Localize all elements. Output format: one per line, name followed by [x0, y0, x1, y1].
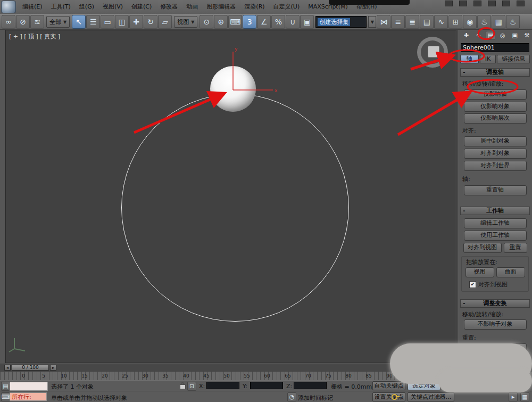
- affect-pivot-only-button[interactable]: 仅影响轴: [464, 89, 527, 100]
- menu-animation[interactable]: 动画: [182, 0, 202, 14]
- tab-link-info[interactable]: 链接信息: [497, 55, 530, 63]
- place-view-button[interactable]: 视图: [466, 267, 494, 277]
- quick-icon-3[interactable]: [473, 1, 481, 6]
- dont-affect-children-button[interactable]: 不影响子对象: [464, 319, 527, 330]
- schematic-view-icon[interactable]: ⊞: [448, 15, 462, 29]
- menu-customize[interactable]: 自定义(U): [269, 0, 304, 14]
- viewcube-icon[interactable]: [417, 37, 448, 68]
- affect-object-only-button[interactable]: 仅影响对象: [464, 102, 527, 112]
- quick-icon-5[interactable]: [502, 1, 510, 6]
- use-pivot-point-center-icon[interactable]: ⊙: [200, 15, 213, 29]
- align-to-view-button[interactable]: 对齐到视图: [463, 243, 502, 253]
- tab-pivot[interactable]: 轴: [460, 55, 479, 63]
- set-key-button[interactable]: 设置关键点: [372, 392, 405, 401]
- select-and-rotate-icon[interactable]: ↻: [144, 15, 157, 29]
- key-filters-button[interactable]: 关键点过滤器...: [408, 392, 454, 401]
- time-slider-handle[interactable]: 0 / 100: [12, 365, 49, 371]
- render-setup-icon[interactable]: ♨: [477, 15, 491, 29]
- time-configuration-button[interactable]: ▦: [520, 392, 529, 401]
- workspace-field[interactable]: [329, 0, 410, 5]
- motion-tab-icon[interactable]: ◎: [497, 31, 508, 40]
- center-to-object-button[interactable]: 居中到对象: [464, 136, 527, 146]
- circle-spline-object[interactable]: [121, 94, 349, 322]
- edit-named-selection-sets-icon[interactable]: ▣: [300, 15, 314, 29]
- create-tab-icon[interactable]: ✚: [461, 31, 471, 40]
- align-to-view-checkbox[interactable]: ✔: [469, 281, 476, 288]
- maxscript-listener-icon[interactable]: ▤: [1, 382, 10, 391]
- align-to-world-button[interactable]: 对齐到世界: [464, 161, 527, 171]
- curve-editor-icon[interactable]: ∿: [434, 15, 448, 29]
- keyboard-shortcut-override-icon[interactable]: ⌨: [228, 15, 242, 29]
- menu-views[interactable]: 视图(V): [98, 0, 127, 14]
- select-and-scale-icon[interactable]: ▱: [158, 15, 172, 29]
- quick-icon-6[interactable]: [517, 1, 525, 6]
- edit-working-pivot-button[interactable]: 编辑工作轴: [464, 218, 527, 228]
- material-editor-icon[interactable]: ◉: [463, 15, 477, 29]
- menu-graph-editors[interactable]: 图形编辑器: [202, 0, 240, 14]
- app-logo-icon[interactable]: [1, 1, 16, 13]
- y-coordinate-field[interactable]: [250, 382, 283, 389]
- percent-snap-icon[interactable]: %: [271, 15, 285, 29]
- menu-rendering[interactable]: 渲染(R): [240, 0, 269, 14]
- menu-group[interactable]: 组(G): [75, 0, 98, 14]
- rollout-working-pivot[interactable]: - 工作轴: [460, 207, 530, 215]
- quick-icon-2[interactable]: [459, 1, 467, 6]
- auto-key-button[interactable]: 自动关键点: [372, 381, 405, 390]
- hierarchy-tab-icon[interactable]: ▤: [486, 31, 496, 40]
- rollout-adjust-transform[interactable]: - 调整变换: [460, 299, 530, 308]
- sphere-object[interactable]: [210, 66, 256, 112]
- reference-coordinate-dropdown[interactable]: 视图 ▼: [174, 16, 197, 28]
- align-icon[interactable]: ≡: [391, 15, 405, 29]
- menu-modifiers[interactable]: 修改器: [156, 0, 182, 14]
- maxscript-mini-listener-output[interactable]: [10, 382, 48, 391]
- place-surface-button[interactable]: 曲面: [496, 267, 525, 277]
- macro-recorder-icon[interactable]: ⌨: [1, 392, 10, 401]
- bind-to-space-warp-icon[interactable]: ≋: [30, 15, 44, 29]
- quick-icon-4[interactable]: [488, 1, 496, 6]
- rollout-adjust-pivot[interactable]: - 调整轴: [460, 68, 530, 77]
- align-to-object-button[interactable]: 对齐到对象: [464, 149, 527, 159]
- viewport-top[interactable]: [ + ] [ 顶 ] [ 真实 ] y x: [5, 30, 456, 363]
- spinner-snap-icon[interactable]: ∪: [286, 15, 300, 29]
- named-selection-sets-arrow[interactable]: ▼: [368, 16, 376, 28]
- previous-frame-button[interactable]: ◂: [4, 365, 11, 371]
- layer-manager-icon[interactable]: ≣: [405, 15, 419, 29]
- select-and-link-icon[interactable]: ∞: [2, 15, 15, 29]
- add-time-tag[interactable]: 添加时间标记: [298, 394, 333, 402]
- quick-icon-1[interactable]: [445, 1, 453, 6]
- play-mode-button[interactable]: ▸: [509, 392, 518, 401]
- menu-create[interactable]: 创建(C): [127, 0, 156, 14]
- unlink-selection-icon[interactable]: ⊘: [16, 15, 30, 29]
- window-crossing-icon[interactable]: ◫: [115, 15, 129, 29]
- angle-snap-icon[interactable]: ∠: [257, 15, 271, 29]
- mirror-icon[interactable]: ⋈: [377, 15, 390, 29]
- reset-pivot-button[interactable]: 重置轴: [464, 185, 527, 195]
- menu-tools[interactable]: 工具(T): [47, 0, 75, 14]
- tab-ik[interactable]: IK: [480, 55, 496, 63]
- rectangular-selection-region-icon[interactable]: ▭: [101, 15, 114, 29]
- select-object-icon[interactable]: ↖: [72, 15, 86, 29]
- next-frame-button[interactable]: ▸: [50, 365, 56, 371]
- ribbon-icon[interactable]: ▤: [420, 15, 434, 29]
- reset-working-pivot-button[interactable]: 重置: [504, 243, 527, 253]
- selection-filter-dropdown[interactable]: 全部 ▼: [46, 16, 70, 28]
- display-tab-icon[interactable]: ▣: [510, 31, 520, 40]
- x-coordinate-field[interactable]: [206, 382, 239, 389]
- select-by-name-icon[interactable]: ☰: [86, 15, 100, 29]
- viewcube-face[interactable]: [428, 46, 439, 58]
- selection-lock-icon[interactable]: [180, 384, 186, 389]
- object-name-field[interactable]: Sphere001: [461, 43, 529, 52]
- z-coordinate-field[interactable]: [294, 382, 327, 389]
- utilities-tab-icon[interactable]: ⚒: [522, 31, 532, 40]
- menu-edit[interactable]: 编辑(E): [18, 0, 47, 14]
- render-production-icon[interactable]: ♨: [506, 15, 520, 29]
- viewport-label[interactable]: [ + ] [ 顶 ] [ 真实 ]: [9, 32, 60, 40]
- snaps-toggle-icon[interactable]: 3: [243, 15, 256, 29]
- rendered-frame-window-icon[interactable]: ▦: [492, 15, 505, 29]
- select-and-move-icon[interactable]: ✚: [129, 15, 143, 29]
- named-selection-sets-combo[interactable]: 创建选择集: [315, 16, 367, 28]
- select-and-manipulate-icon[interactable]: ⊕: [214, 15, 228, 29]
- use-working-pivot-button[interactable]: 使用工作轴: [464, 231, 527, 241]
- absolute-mode-transform-icon[interactable]: ⊡: [187, 382, 196, 391]
- modify-tab-icon[interactable]: ∿: [473, 31, 484, 40]
